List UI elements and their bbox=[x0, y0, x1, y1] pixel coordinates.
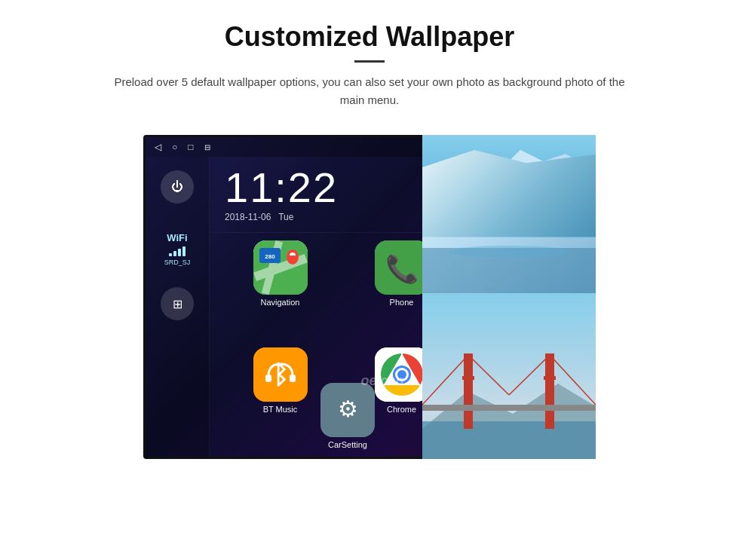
watermark: oeican bbox=[361, 373, 404, 389]
bt-svg: ᛒ bbox=[253, 347, 308, 402]
home-icon[interactable]: ○ bbox=[172, 142, 177, 152]
nav-svg: 280 bbox=[253, 240, 308, 295]
app-carsetting[interactable]: ⚙ CarSetting bbox=[320, 383, 375, 449]
svg-rect-53 bbox=[464, 353, 473, 429]
wallpaper-thumb-bridge[interactable] bbox=[422, 293, 596, 459]
wifi-bar-3 bbox=[178, 249, 181, 256]
page-title: Customized Wallpaper bbox=[30, 21, 709, 53]
wifi-bar-4 bbox=[182, 246, 186, 256]
device-wrapper: ◁ ○ □ ⊟ ◆ ▾ 11:22 ⏻ bbox=[143, 135, 596, 459]
title-divider bbox=[354, 60, 385, 63]
glacier-svg bbox=[422, 135, 596, 293]
page-container: Customized Wallpaper Preload over 5 defa… bbox=[0, 0, 739, 560]
svg-rect-52 bbox=[422, 421, 596, 459]
svg-rect-60 bbox=[462, 376, 474, 380]
phone-label: Phone bbox=[390, 298, 414, 307]
svg-rect-17 bbox=[265, 375, 271, 382]
svg-point-44 bbox=[449, 246, 569, 258]
wifi-ssid: SRD_SJ bbox=[164, 259, 191, 266]
recents-icon[interactable]: □ bbox=[188, 142, 193, 152]
navigation-icon-img: 280 bbox=[253, 240, 308, 295]
carsetting-icon-img: ⚙ bbox=[320, 383, 375, 437]
app-navigation[interactable]: 280 Navigation bbox=[222, 240, 339, 343]
back-icon[interactable]: ◁ bbox=[155, 142, 161, 152]
bridge-svg bbox=[422, 293, 596, 459]
bt-icon-img: ᛒ bbox=[253, 347, 308, 402]
page-description: Preload over 5 default wallpaper options… bbox=[113, 73, 626, 109]
svg-text:280: 280 bbox=[265, 253, 275, 260]
wallpaper-thumbs bbox=[422, 135, 596, 459]
bt-music-label: BT Music bbox=[263, 405, 298, 414]
power-button[interactable]: ⏻ bbox=[161, 170, 194, 203]
svg-rect-54 bbox=[545, 353, 554, 429]
left-sidebar: ⏻ WiFi SRD_SJ ⊞ bbox=[146, 157, 210, 457]
svg-rect-18 bbox=[290, 375, 296, 382]
carsetting-svg: ⚙ bbox=[320, 383, 375, 437]
wifi-bar-2 bbox=[173, 251, 176, 256]
svg-text:⚙: ⚙ bbox=[338, 396, 358, 421]
phone-icon-img: 📞 bbox=[375, 240, 429, 295]
chrome-label: Chrome bbox=[387, 405, 416, 414]
svg-marker-42 bbox=[483, 150, 543, 203]
wifi-label: WiFi bbox=[164, 232, 191, 243]
wifi-bars bbox=[164, 246, 191, 256]
screenshot-icon[interactable]: ⊟ bbox=[204, 143, 210, 151]
svg-rect-59 bbox=[422, 405, 596, 411]
navigation-label: Navigation bbox=[261, 298, 300, 307]
svg-text:📞: 📞 bbox=[385, 252, 419, 285]
status-bar-left: ◁ ○ □ ⊟ bbox=[155, 142, 210, 152]
grid-icon: ⊞ bbox=[173, 297, 182, 311]
wifi-bar-1 bbox=[169, 253, 172, 256]
wallpaper-thumb-glacier[interactable] bbox=[422, 135, 596, 293]
header-section: Customized Wallpaper Preload over 5 defa… bbox=[0, 0, 739, 121]
grid-button[interactable]: ⊞ bbox=[161, 287, 194, 320]
phone-svg: 📞 bbox=[375, 240, 429, 295]
power-icon: ⏻ bbox=[171, 180, 183, 194]
wifi-widget: WiFi SRD_SJ bbox=[164, 232, 191, 266]
carsetting-label: CarSetting bbox=[328, 440, 367, 449]
svg-rect-61 bbox=[544, 376, 556, 380]
